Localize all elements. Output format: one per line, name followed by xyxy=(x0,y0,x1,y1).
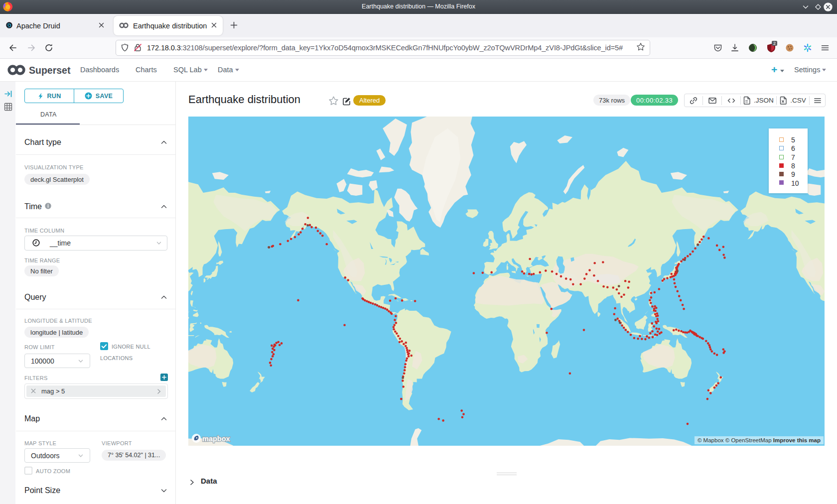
svg-text:mapbox: mapbox xyxy=(202,435,230,443)
